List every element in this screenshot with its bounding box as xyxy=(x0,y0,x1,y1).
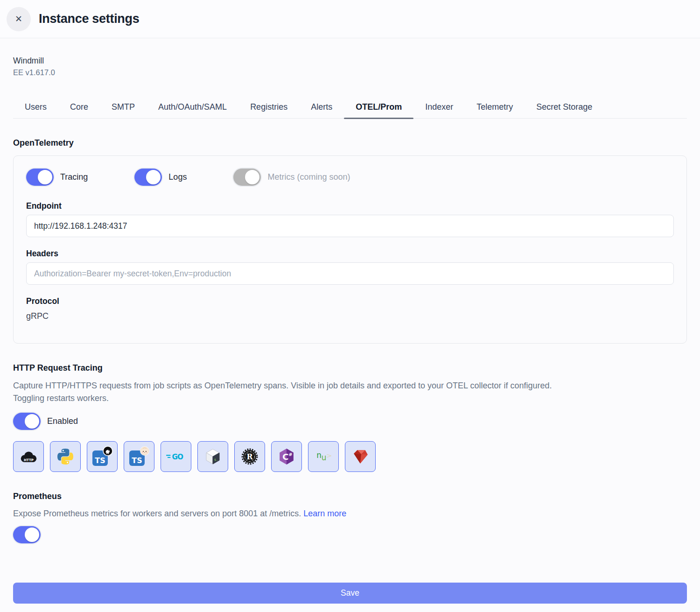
app-version: EE v1.617.0 xyxy=(13,67,687,77)
page-title: Instance settings xyxy=(39,12,139,26)
prometheus-description: Expose Prometheus metrics for workers an… xyxy=(13,507,578,520)
toggle-knob xyxy=(25,414,39,429)
language-go-button[interactable]: GO xyxy=(161,441,191,472)
language-rust-button[interactable]: R xyxy=(234,441,265,472)
headers-label: Headers xyxy=(26,248,674,259)
svg-text:GO: GO xyxy=(172,453,183,461)
app-name: Windmill xyxy=(13,56,687,66)
prometheus-title: Prometheus xyxy=(13,492,687,501)
http-tracing-enabled-toggle[interactable] xyxy=(13,413,41,430)
http-icon: HTTP xyxy=(18,450,39,464)
close-button[interactable]: ✕ xyxy=(7,7,31,31)
app-info: Windmill EE v1.617.0 xyxy=(13,56,687,77)
tab-telemetry[interactable]: Telemetry xyxy=(465,97,525,118)
logs-toggle-item: Logs xyxy=(134,169,187,186)
tab-smtp[interactable]: SMTP xyxy=(100,97,147,118)
toggle-knob xyxy=(38,170,52,184)
go-icon: GO xyxy=(166,451,186,462)
tab-registries[interactable]: Registries xyxy=(238,97,299,118)
save-button[interactable]: Save xyxy=(13,583,687,604)
opentelemetry-panel: Tracing Logs Metrics (coming soon) Endpo… xyxy=(13,155,687,344)
tracing-toggle[interactable] xyxy=(26,169,54,186)
http-request-tracing-description: Capture HTTP/HTTPS requests from job scr… xyxy=(13,380,578,405)
language-python-button[interactable] xyxy=(50,441,81,472)
bun-typescript-icon: TS xyxy=(128,446,150,467)
headers-input[interactable] xyxy=(26,262,674,285)
svg-text:u: u xyxy=(322,453,327,462)
svg-text:$.: $. xyxy=(214,458,218,462)
toggle-knob xyxy=(25,528,39,542)
settings-tabs: Users Core SMTP Auth/OAuth/SAML Registri… xyxy=(13,97,687,119)
metrics-toggle xyxy=(233,169,261,186)
http-tracing-toggle-label: Enabled xyxy=(47,416,78,426)
language-deno-typescript-button[interactable]: TS xyxy=(87,441,118,472)
tab-alerts[interactable]: Alerts xyxy=(299,97,344,118)
language-http-button[interactable]: HTTP xyxy=(13,441,44,472)
language-ruby-button[interactable] xyxy=(345,441,376,472)
prometheus-description-text: Expose Prometheus metrics for workers an… xyxy=(13,509,301,518)
language-csharp-button[interactable]: C # xyxy=(271,441,302,472)
learn-more-link[interactable]: Learn more xyxy=(303,509,346,518)
protocol-value: gRPC xyxy=(26,310,674,322)
opentelemetry-section-title: OpenTelemetry xyxy=(13,138,687,148)
metrics-toggle-item: Metrics (coming soon) xyxy=(233,169,350,186)
svg-text:R: R xyxy=(246,452,253,461)
python-icon xyxy=(56,448,74,465)
svg-text:HTTP: HTTP xyxy=(24,457,34,462)
svg-text:TS: TS xyxy=(95,456,105,465)
tracing-toggle-label: Tracing xyxy=(60,172,88,182)
http-tracing-toggle-item: Enabled xyxy=(13,413,687,430)
bash-icon: $. xyxy=(205,448,221,465)
dialog-header: ✕ Instance settings xyxy=(0,0,700,38)
tab-indexer[interactable]: Indexer xyxy=(413,97,465,118)
metrics-toggle-label: Metrics (coming soon) xyxy=(267,172,350,182)
toggle-knob xyxy=(146,170,161,184)
tracing-toggle-item: Tracing xyxy=(26,169,88,186)
csharp-icon: C # xyxy=(278,448,295,465)
endpoint-input[interactable] xyxy=(26,215,674,237)
tab-secret-storage[interactable]: Secret Storage xyxy=(525,97,604,118)
language-bun-typescript-button[interactable]: TS xyxy=(124,441,154,472)
protocol-label: Protocol xyxy=(26,296,674,306)
language-buttons-row: HTTP TS TS xyxy=(13,441,687,472)
logs-toggle[interactable] xyxy=(134,169,162,186)
prometheus-toggle[interactable] xyxy=(13,526,41,543)
svg-text:#: # xyxy=(288,452,292,457)
tab-otel-prom[interactable]: OTEL/Prom xyxy=(344,97,413,118)
svg-text:C: C xyxy=(282,452,288,462)
svg-text:TS: TS xyxy=(132,456,142,465)
close-icon: ✕ xyxy=(15,14,22,23)
otel-toggles-row: Tracing Logs Metrics (coming soon) xyxy=(26,169,674,186)
toggle-knob xyxy=(245,170,259,184)
settings-content: Windmill EE v1.617.0 Users Core SMTP Aut… xyxy=(0,56,700,604)
tab-auth-oauth-saml[interactable]: Auth/OAuth/SAML xyxy=(147,97,238,118)
ruby-icon xyxy=(351,448,369,465)
language-bash-button[interactable]: $. xyxy=(197,441,228,472)
svg-text:n: n xyxy=(316,450,322,460)
tab-users[interactable]: Users xyxy=(13,97,58,118)
endpoint-label: Endpoint xyxy=(26,201,674,211)
prometheus-toggle-item xyxy=(13,526,687,543)
logs-toggle-label: Logs xyxy=(168,172,187,182)
rust-icon: R xyxy=(241,448,259,465)
svg-text:>: > xyxy=(326,451,332,459)
http-request-tracing-title: HTTP Request Tracing xyxy=(13,363,687,373)
deno-typescript-icon: TS xyxy=(91,446,113,467)
nushell-icon: n u > xyxy=(315,450,332,463)
language-nushell-button[interactable]: n u > xyxy=(308,441,339,472)
tab-core[interactable]: Core xyxy=(58,97,100,118)
